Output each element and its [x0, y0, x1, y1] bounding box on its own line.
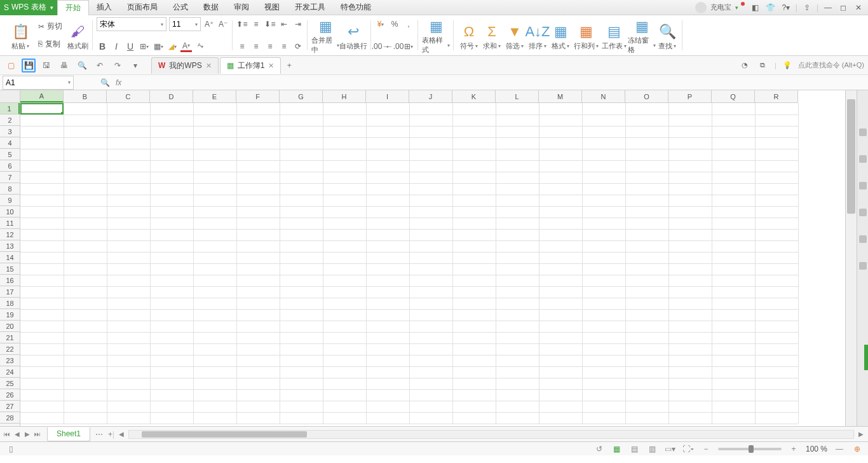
decrease-font-icon[interactable]: A⁻ [217, 18, 229, 30]
phonetic-button[interactable]: ᴬ▾ [194, 41, 206, 52]
fullscreen-icon[interactable]: ⛶▾ [682, 444, 694, 454]
column-header[interactable]: B [64, 90, 107, 102]
merge-center-button[interactable]: ▦ 合并居中▾ [311, 18, 339, 55]
row-header[interactable]: 17 [0, 286, 20, 298]
menu-review[interactable]: 审阅 [226, 0, 257, 15]
horizontal-scrollbar[interactable] [128, 430, 854, 439]
cells-area[interactable] [20, 103, 845, 426]
underline-button[interactable]: U [125, 41, 136, 52]
sheet-more-icon[interactable]: ⋯ [95, 430, 103, 439]
column-header[interactable]: F [236, 90, 280, 102]
paste-button[interactable]: 📋 粘贴▾ [6, 18, 34, 55]
font-color-button[interactable]: A▾ [180, 41, 192, 52]
row-header[interactable]: 9 [0, 195, 20, 206]
row-header[interactable]: 22 [0, 343, 20, 355]
row-header[interactable]: 18 [0, 298, 20, 309]
zoom-in-icon[interactable]: + [788, 444, 799, 454]
column-header[interactable]: K [452, 90, 496, 102]
user-avatar[interactable] [695, 2, 707, 13]
app-badge[interactable]: S WPS 表格 ▾ [0, 0, 57, 15]
column-header[interactable]: N [582, 90, 625, 102]
menu-home[interactable]: 开始 [57, 0, 89, 15]
tab-close-icon[interactable]: ✕ [268, 62, 274, 70]
vertical-scrollbar[interactable] [845, 90, 857, 426]
app-dropdown-icon[interactable]: ▾ [50, 4, 53, 11]
status-plus-icon[interactable]: ⊕ [851, 444, 863, 454]
fx-search-icon[interactable]: 🔍 [99, 77, 111, 88]
column-header[interactable]: G [280, 90, 323, 102]
row-header[interactable]: 23 [0, 355, 20, 366]
sheet-tab-sheet1[interactable]: Sheet1 [47, 427, 90, 441]
align-bottom-icon[interactable]: ⬇≡ [264, 18, 276, 30]
italic-button[interactable]: I [111, 41, 122, 52]
print-icon[interactable]: 🖶 [57, 59, 71, 73]
new-tab-icon[interactable]: + [282, 59, 296, 73]
page-layout-view-icon[interactable]: ▤ [629, 444, 641, 454]
row-header[interactable]: 11 [0, 218, 20, 229]
font-family-select[interactable]: 宋体▾ [97, 17, 166, 31]
shirt-icon[interactable]: 👕 [765, 2, 776, 13]
qat-more-icon[interactable]: ▾ [128, 59, 142, 73]
percent-icon[interactable]: % [389, 18, 400, 30]
select-all-corner[interactable] [0, 90, 20, 103]
row-header[interactable]: 3 [0, 126, 20, 137]
indent-increase-icon[interactable]: ⇥ [292, 18, 304, 30]
row-header[interactable]: 14 [0, 252, 20, 263]
row-header[interactable]: 7 [0, 172, 20, 183]
row-header[interactable]: 24 [0, 366, 20, 378]
symbol-button[interactable]: Ω符号▾ [458, 18, 480, 55]
side-panel-item[interactable] [859, 262, 867, 270]
normal-view-icon[interactable]: ▦ [611, 444, 623, 454]
skin-icon[interactable]: ◧ [750, 2, 761, 13]
cut-button[interactable]: ✂剪切 [37, 20, 64, 33]
share-icon[interactable]: ⧉ [757, 60, 768, 71]
row-header[interactable]: 8 [0, 183, 20, 195]
page-break-view-icon[interactable]: ▥ [647, 444, 658, 454]
orientation-icon[interactable]: ⟳ [292, 41, 304, 52]
column-header[interactable]: O [625, 90, 668, 102]
row-header[interactable]: 21 [0, 332, 20, 343]
row-header[interactable]: 13 [0, 240, 20, 252]
sheet-last-icon[interactable]: ⏭ [33, 429, 42, 439]
maximize-icon[interactable]: ◻ [837, 2, 849, 13]
add-sheet-icon[interactable]: + [108, 430, 112, 439]
align-center-icon[interactable]: ≡ [250, 41, 262, 52]
column-header[interactable]: Q [712, 90, 755, 102]
side-panel-item[interactable] [859, 235, 867, 243]
save-icon[interactable]: 💾 [22, 59, 36, 73]
border-style-button[interactable]: ▦▾ [153, 41, 164, 52]
cloud-icon[interactable]: ◔ [739, 60, 750, 71]
upload-icon[interactable]: ⇪ [801, 2, 813, 13]
align-justify-icon[interactable]: ≡ [278, 41, 290, 52]
tab-close-icon[interactable]: ✕ [206, 62, 212, 70]
save-as-icon[interactable]: 🖫 [39, 59, 53, 73]
column-header[interactable]: R [755, 90, 798, 102]
column-header[interactable]: P [668, 90, 712, 102]
name-box[interactable]: A1▾ [3, 76, 74, 90]
user-dropdown-icon[interactable]: ▾ [735, 4, 738, 11]
zoom-level[interactable]: 100 % [806, 445, 827, 453]
sheet-next-icon[interactable]: ▶ [23, 429, 32, 439]
wrap-text-button[interactable]: ↩ 自动换行 [339, 18, 367, 55]
row-header[interactable]: 28 [0, 412, 20, 424]
align-left-icon[interactable]: ≡ [236, 41, 248, 52]
row-header[interactable]: 4 [0, 137, 20, 149]
close-icon[interactable]: ✕ [853, 2, 864, 13]
indent-decrease-icon[interactable]: ⇤ [278, 18, 290, 30]
menu-insert[interactable]: 插入 [89, 0, 119, 15]
row-header[interactable]: 6 [0, 160, 20, 172]
zoom-out-icon[interactable]: − [700, 444, 712, 454]
increase-font-icon[interactable]: A⁺ [203, 18, 215, 30]
minimize-icon[interactable]: — [822, 2, 834, 13]
doc-tab-mywps[interactable]: W 我的WPS ✕ [151, 57, 219, 74]
table-style-button[interactable]: ▦ 表格样式▾ [422, 18, 450, 55]
row-header[interactable]: 5 [0, 149, 20, 160]
sum-button[interactable]: Σ求和▾ [480, 18, 503, 55]
worksheet-button[interactable]: ▤工作表▾ [600, 18, 628, 55]
increase-decimal-icon[interactable]: .00→ [375, 41, 386, 52]
doc-tab-workbook1[interactable]: ▦ 工作簿1 ✕ [220, 57, 281, 74]
column-header[interactable]: D [150, 90, 193, 102]
format-button[interactable]: ▦格式▾ [549, 18, 572, 55]
zoom-slider[interactable] [718, 448, 782, 450]
column-header[interactable]: E [193, 90, 236, 102]
